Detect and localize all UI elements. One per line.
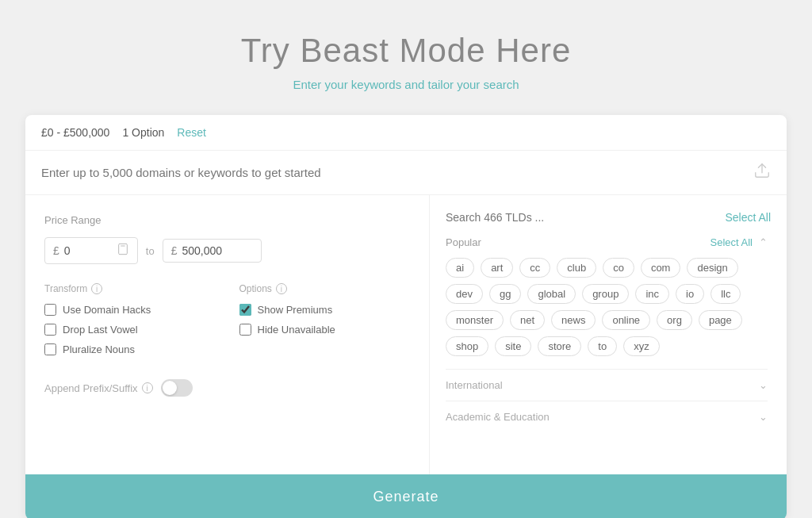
options-col: Options i Show Premiums Hide Unavailable	[239, 283, 411, 363]
tld-tag[interactable]: site	[495, 336, 531, 356]
transform-col: Transform i Use Domain Hacks Drop Last V…	[44, 283, 216, 363]
tld-tag[interactable]: ai	[446, 258, 474, 278]
left-panel: Price Range £	[25, 195, 430, 474]
options-item-1: Hide Unavailable	[239, 324, 411, 336]
option-count: 1 Option	[122, 126, 164, 139]
price-from-currency: £	[53, 244, 59, 257]
search-area	[25, 151, 787, 195]
tld-tag[interactable]: co	[603, 258, 634, 278]
transform-label: Transform i	[44, 283, 216, 294]
generate-button[interactable]: Generate	[25, 474, 787, 518]
international-label: International	[446, 379, 503, 391]
show-premiums-checkbox[interactable]	[239, 304, 251, 316]
calculator-icon[interactable]	[117, 243, 129, 259]
academic-label: Academic & Education	[446, 411, 550, 423]
content-area: Price Range £	[25, 195, 787, 474]
tld-tag[interactable]: online	[602, 310, 650, 330]
tld-tag[interactable]: global	[527, 284, 576, 304]
append-toggle[interactable]	[161, 379, 193, 397]
tld-select-all-link[interactable]: Select All	[725, 211, 771, 224]
price-from-wrap: £	[44, 237, 138, 264]
use-domain-hacks-checkbox[interactable]	[44, 304, 56, 316]
pluralize-nouns-label: Pluralize Nouns	[63, 343, 135, 355]
academic-section[interactable]: Academic & Education ⌄	[446, 401, 768, 432]
tld-tag[interactable]: cc	[519, 258, 550, 278]
tld-search-row: Select All	[446, 211, 771, 224]
pluralize-nouns-checkbox[interactable]	[44, 343, 56, 355]
top-bar: £0 - £500,000 1 Option Reset	[25, 115, 787, 151]
price-to-text: to	[146, 245, 155, 257]
price-from-input[interactable]	[64, 244, 112, 257]
search-input[interactable]	[41, 166, 753, 179]
svg-rect-1	[118, 244, 127, 254]
tld-tag[interactable]: page	[699, 310, 742, 330]
drop-last-vowel-label: Drop Last Vowel	[63, 324, 138, 336]
append-info-icon[interactable]: i	[142, 382, 153, 393]
transform-item-0: Use Domain Hacks	[44, 304, 216, 316]
tld-tag[interactable]: group	[582, 284, 629, 304]
page-subtitle: Enter your keywords and tailor your sear…	[293, 78, 519, 91]
append-label: Append Prefix/Suffix i	[44, 382, 153, 394]
academic-chevron-icon: ⌄	[759, 411, 768, 423]
transform-item-2: Pluralize Nouns	[44, 343, 216, 355]
append-prefix-row: Append Prefix/Suffix i	[44, 379, 410, 397]
tld-tag[interactable]: inc	[635, 284, 669, 304]
tld-tag[interactable]: to	[588, 336, 617, 356]
price-range-section-label: Price Range	[44, 214, 410, 226]
use-domain-hacks-label: Use Domain Hacks	[63, 304, 151, 316]
tld-tag[interactable]: org	[657, 310, 692, 330]
tld-tag[interactable]: com	[641, 258, 681, 278]
reset-link[interactable]: Reset	[177, 126, 206, 139]
price-range-row: £ to	[44, 237, 410, 264]
options-item-0: Show Premiums	[239, 304, 411, 316]
options-label: Options i	[239, 283, 411, 294]
tld-tag[interactable]: net	[510, 310, 545, 330]
tld-tag[interactable]: store	[538, 336, 581, 356]
price-to-input[interactable]	[182, 244, 253, 257]
international-chevron-icon: ⌄	[759, 379, 768, 391]
tld-tag[interactable]: gg	[489, 284, 521, 304]
drop-last-vowel-checkbox[interactable]	[44, 324, 56, 336]
tld-tag[interactable]: monster	[446, 310, 504, 330]
price-to-currency: £	[171, 244, 178, 257]
right-panel: Select All Popular Select All ⌃ aiartccc…	[430, 195, 787, 474]
popular-section-header: Popular Select All ⌃	[446, 236, 768, 248]
main-card: £0 - £500,000 1 Option Reset Price Range…	[25, 115, 787, 518]
transform-options-cols: Transform i Use Domain Hacks Drop Last V…	[44, 283, 410, 363]
options-info-icon[interactable]: i	[276, 283, 287, 294]
tld-tag[interactable]: llc	[710, 284, 741, 304]
hide-unavailable-label: Hide Unavailable	[258, 324, 335, 336]
international-section[interactable]: International ⌄	[446, 369, 768, 401]
popular-select-all[interactable]: Select All	[710, 236, 753, 248]
hide-unavailable-checkbox[interactable]	[239, 324, 251, 336]
toggle-knob	[163, 381, 177, 395]
price-range-label: £0 - £500,000	[41, 126, 109, 139]
popular-section-title: Popular	[446, 236, 481, 248]
tld-tag[interactable]: io	[676, 284, 704, 304]
tld-tag[interactable]: dev	[446, 284, 483, 304]
popular-tld-tags: aiartccclubcocomdesigndevggglobalgroupin…	[446, 258, 768, 356]
tld-scroll-area[interactable]: Popular Select All ⌃ aiartccclubcocomdes…	[446, 236, 771, 459]
transform-info-icon[interactable]: i	[91, 283, 102, 294]
tld-tag[interactable]: xyz	[623, 336, 660, 356]
price-to-wrap: £	[163, 239, 262, 263]
tld-tag[interactable]: shop	[446, 336, 488, 356]
tld-search-input[interactable]	[446, 211, 725, 224]
tld-tag[interactable]: design	[687, 258, 737, 278]
tld-tag[interactable]: club	[557, 258, 596, 278]
tld-tag[interactable]: art	[481, 258, 513, 278]
tld-tag[interactable]: news	[551, 310, 596, 330]
transform-item-1: Drop Last Vowel	[44, 324, 216, 336]
page-title: Try Beast Mode Here	[241, 32, 572, 70]
show-premiums-label: Show Premiums	[258, 304, 333, 316]
popular-chevron-up-icon[interactable]: ⌃	[759, 236, 768, 248]
upload-icon[interactable]	[753, 162, 771, 183]
